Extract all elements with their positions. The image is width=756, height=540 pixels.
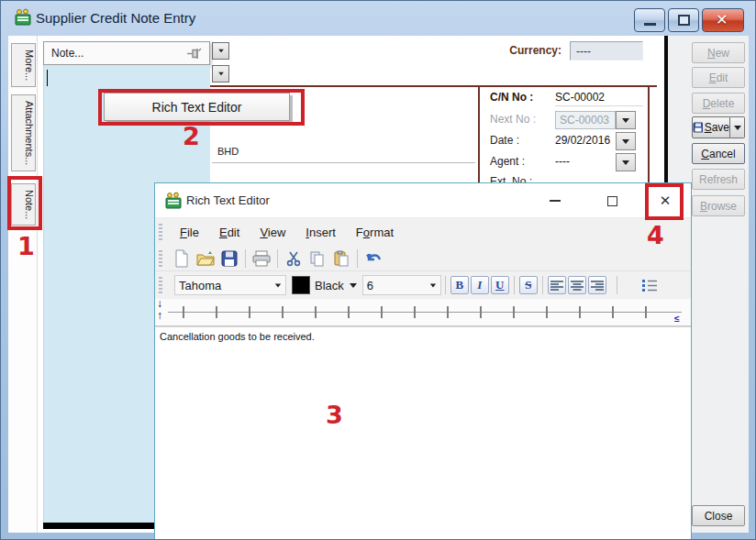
annotation-number-4: 4 (647, 221, 664, 249)
rte-minimize-button[interactable] (540, 187, 570, 215)
groupbox-left-border (478, 85, 480, 182)
window-title: Supplier Credit Note Entry (36, 10, 195, 26)
font-color-name: Black (315, 279, 344, 292)
delete-button[interactable]: Delete (692, 93, 745, 114)
toolbar-grip[interactable] (159, 250, 162, 267)
menu-insert[interactable]: Insert (295, 222, 346, 243)
close-button[interactable]: ✕ (702, 8, 744, 32)
cn-no-label: C/N No : (490, 91, 556, 104)
minimize-button[interactable] (634, 8, 665, 32)
app-icon (14, 8, 32, 30)
toolbar-separator (277, 249, 278, 268)
dropdown-arrow-icon (622, 118, 629, 123)
margin-marker-icon[interactable]: ≤ (674, 314, 680, 324)
maximize-icon (607, 196, 617, 206)
edit-button[interactable]: Edit (692, 67, 745, 88)
cn-no-value[interactable]: SC-00002 (555, 91, 643, 106)
underline-button[interactable]: U (491, 276, 509, 294)
groupbox-top-border (210, 85, 657, 87)
date-dropdown-button[interactable] (616, 132, 636, 150)
menu-file[interactable]: File (170, 222, 209, 243)
undo-icon[interactable] (363, 248, 384, 268)
align-center-icon (571, 280, 584, 291)
bold-button[interactable]: B (450, 276, 469, 294)
save-button[interactable]: Save (692, 116, 730, 138)
agent-dropdown-button[interactable] (616, 153, 636, 171)
form-divider (212, 162, 475, 163)
align-left-button[interactable] (548, 276, 566, 294)
browse-button[interactable]: Browse (692, 195, 745, 216)
rte-maximize-button[interactable] (597, 187, 627, 215)
paste-icon[interactable] (331, 248, 351, 268)
font-name-select[interactable]: Tahoma (174, 275, 286, 295)
cut-icon[interactable] (284, 248, 304, 268)
rte-ruler[interactable]: ↓ ↑ ≤ (155, 299, 691, 326)
indent-marker-down-icon[interactable]: ↓ (157, 297, 162, 310)
currency-label: Currency: (478, 44, 561, 57)
toolbar-grip[interactable] (159, 277, 162, 293)
refresh-button[interactable]: Refresh (692, 169, 745, 190)
supplier-credit-note-window: Supplier Credit Note Entry ✕ More... Att… (0, 0, 756, 540)
sidebar-tab-more[interactable]: More... (11, 43, 36, 87)
bullet-list-button[interactable] (639, 276, 660, 295)
app-icon (164, 192, 183, 214)
floppy-icon (693, 122, 703, 133)
close-form-button[interactable]: Close (692, 505, 745, 526)
save-dropdown-button[interactable] (730, 116, 745, 138)
bullet-list-icon (641, 279, 658, 292)
new-document-icon[interactable] (172, 248, 192, 268)
align-right-button[interactable] (588, 276, 606, 294)
new-button[interactable]: New (692, 42, 745, 63)
agent-label: Agent : (490, 155, 556, 168)
annotation-box-2 (98, 89, 305, 126)
dropdown-arrow-icon (218, 72, 224, 76)
dropdown-arrow-icon (218, 50, 224, 53)
menu-format[interactable]: Format (346, 222, 404, 243)
align-center-button[interactable] (568, 276, 586, 294)
annotation-number-3: 3 (326, 401, 343, 429)
bhd-currency-code: BHD (217, 146, 239, 157)
currency-field[interactable]: ---- (570, 41, 643, 61)
date-label: Date : (490, 134, 556, 147)
next-no-field[interactable]: SC-00003 (555, 111, 616, 129)
next-no-dropdown-button[interactable] (616, 111, 636, 129)
agent-value[interactable]: ---- (555, 155, 570, 168)
dropdown-arrow-icon[interactable] (350, 283, 357, 288)
font-size-select[interactable]: 6 (362, 275, 441, 295)
italic-button[interactable]: I (471, 276, 489, 294)
toolbar-separator (514, 276, 515, 294)
align-left-icon (550, 280, 563, 291)
date-value[interactable]: 29/02/2016 (555, 134, 610, 147)
sidebar: More... Attachments... Note... (8, 36, 38, 533)
maximize-button[interactable] (668, 8, 699, 32)
toolbar-grip[interactable] (159, 224, 162, 240)
text-caret (47, 70, 48, 86)
save-icon[interactable] (219, 248, 239, 268)
annotation-box-1 (7, 176, 42, 230)
menu-edit[interactable]: Edit (209, 222, 250, 243)
rich-text-editor-window: Rich Text Editor ✕ File Edit View Insert… (154, 182, 692, 540)
font-color-swatch[interactable] (292, 276, 310, 294)
toolbar-separator (445, 276, 446, 294)
copy-icon[interactable] (307, 248, 328, 268)
open-folder-icon[interactable] (195, 248, 216, 268)
indent-marker-up-icon[interactable]: ↑ (157, 309, 162, 322)
hidden-combo-dropdown-button[interactable] (212, 42, 229, 60)
toolbar-separator (245, 249, 246, 268)
dropdown-arrow-icon (275, 283, 281, 287)
dropdown-arrow-icon (734, 126, 741, 130)
annotation-number-1: 1 (17, 232, 35, 260)
note-flyout-header[interactable]: Note... (43, 41, 210, 65)
rte-document-area[interactable]: Cancellation goods to be received. (155, 326, 691, 540)
strikethrough-button[interactable]: S (519, 276, 538, 294)
hidden-combo-dropdown-button-2[interactable] (212, 65, 229, 83)
sidebar-tab-attachments[interactable]: Attachments... (11, 94, 36, 171)
print-icon[interactable] (251, 248, 272, 268)
menu-view[interactable]: View (250, 222, 295, 243)
dropdown-arrow-icon (430, 283, 436, 287)
rte-format-toolbar: Tahoma Black 6 B I U S (155, 270, 691, 299)
rte-document-text: Cancellation goods to be received. (160, 331, 315, 342)
cancel-button[interactable]: Cancel (692, 143, 745, 164)
rte-standard-toolbar (155, 246, 691, 270)
pushpin-icon[interactable] (186, 47, 202, 63)
